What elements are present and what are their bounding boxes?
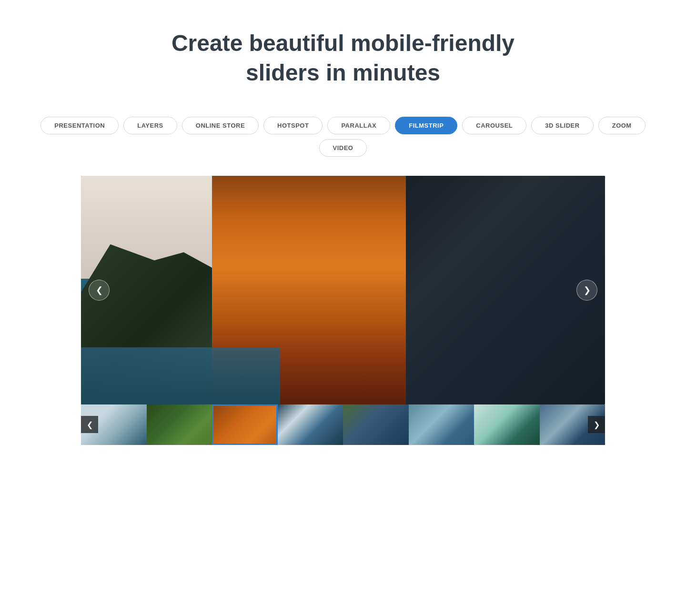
filter-btn-filmstrip[interactable]: FILMSTRIP bbox=[395, 117, 457, 134]
slide-water-reflection bbox=[81, 347, 280, 404]
thumbnail-6[interactable] bbox=[409, 404, 474, 445]
filmstrip-next-icon: ❯ bbox=[594, 420, 600, 429]
filmstrip-prev-button[interactable]: ❮ bbox=[81, 416, 98, 433]
filter-btn-parallax[interactable]: PARALLAX bbox=[327, 117, 390, 134]
filter-btn-presentation[interactable]: PRESENTATION bbox=[40, 117, 119, 134]
filter-btn-online-store[interactable]: ONLINE STORE bbox=[182, 117, 259, 134]
slider-next-button[interactable]: ❯ bbox=[576, 280, 597, 301]
filter-section: PRESENTATION LAYERS ONLINE STORE HOTSPOT… bbox=[0, 107, 686, 176]
filmstrip-next-button[interactable]: ❯ bbox=[588, 416, 605, 433]
filter-btn-zoom[interactable]: ZOOM bbox=[598, 117, 646, 134]
filter-btn-video[interactable]: VIDEO bbox=[319, 139, 367, 157]
thumbnail-3[interactable] bbox=[212, 404, 278, 445]
main-slider: ❮ ❯ ❮ bbox=[81, 176, 605, 445]
thumbnail-7[interactable] bbox=[474, 404, 540, 445]
header-section: Create beautiful mobile-friendly sliders… bbox=[0, 0, 686, 107]
filter-btn-3d-slider[interactable]: 3D SLIDER bbox=[531, 117, 593, 134]
slider-prev-button[interactable]: ❮ bbox=[89, 280, 110, 301]
slider-prev-icon: ❮ bbox=[96, 285, 103, 295]
filter-btn-hotspot[interactable]: HOTSPOT bbox=[263, 117, 323, 134]
thumbnail-7-inner bbox=[474, 404, 540, 445]
main-slide-display: ❮ ❯ bbox=[81, 176, 605, 404]
thumbnail-4-inner bbox=[278, 404, 343, 445]
filmstrip bbox=[81, 404, 605, 445]
thumbnail-2[interactable] bbox=[147, 404, 212, 445]
thumbnail-4[interactable] bbox=[278, 404, 343, 445]
thumbnail-6-inner bbox=[409, 404, 474, 445]
filter-btn-carousel[interactable]: CAROUSEL bbox=[462, 117, 526, 134]
slide-content bbox=[81, 176, 605, 404]
slider-section: ❮ ❯ ❮ bbox=[0, 176, 686, 445]
thumbnail-5[interactable] bbox=[343, 404, 409, 445]
thumbnail-2-inner bbox=[147, 404, 212, 445]
page-title: Create beautiful mobile-friendly sliders… bbox=[10, 29, 676, 88]
filmstrip-container: ❮ bbox=[81, 404, 605, 445]
page-wrapper: Create beautiful mobile-friendly sliders… bbox=[0, 0, 686, 445]
slide-rock-right bbox=[406, 176, 605, 404]
thumbnail-5-inner bbox=[343, 404, 409, 445]
filter-btn-layers[interactable]: LAYERS bbox=[123, 117, 177, 134]
filmstrip-prev-icon: ❮ bbox=[87, 420, 93, 429]
slider-next-icon: ❯ bbox=[584, 285, 591, 295]
thumbnail-3-inner bbox=[212, 404, 278, 445]
